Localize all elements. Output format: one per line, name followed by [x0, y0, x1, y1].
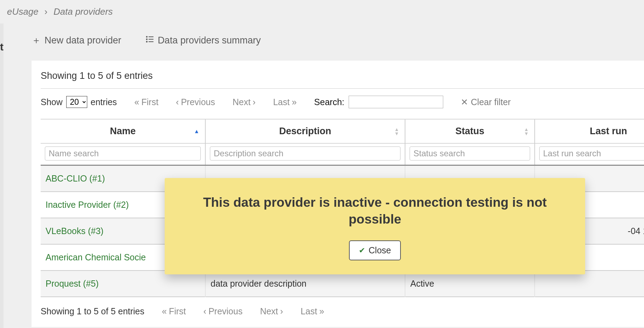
- filter-name-input[interactable]: [45, 146, 201, 160]
- double-chevron-right-icon: »: [292, 97, 297, 107]
- filter-lastrun-input[interactable]: [539, 146, 644, 160]
- data-providers-summary-button[interactable]: Data providers summary: [146, 35, 261, 46]
- page-previous-label: Previous: [181, 97, 215, 107]
- cell-status: Active: [405, 271, 535, 297]
- sort-icon: ▲▼: [394, 128, 399, 135]
- page-first-button[interactable]: « First: [135, 97, 159, 107]
- pagination-top: « First ‹ Previous Next › Last: [135, 97, 297, 107]
- chevron-left-icon: ‹: [204, 306, 206, 316]
- clear-filter-label: Clear filter: [471, 97, 511, 107]
- length-entries-label: entries: [91, 97, 117, 107]
- col-header-status-label: Status: [455, 126, 485, 136]
- sidebar-item[interactable]: t: [0, 41, 4, 53]
- page-previous-button-bottom[interactable]: ‹ Previous: [204, 306, 243, 316]
- col-header-description-label: Description: [279, 126, 331, 136]
- clear-filter-button[interactable]: ✕ Clear filter: [461, 97, 511, 107]
- search-input[interactable]: [349, 96, 443, 108]
- check-icon: ✔: [359, 246, 365, 255]
- filter-status-input[interactable]: [410, 146, 530, 160]
- svg-point-3: [146, 36, 147, 37]
- breadcrumb-root[interactable]: eUsage: [7, 6, 39, 17]
- provider-link[interactable]: American Chemical Socie: [46, 252, 146, 262]
- page-first-button-bottom[interactable]: « First: [162, 306, 186, 316]
- cell-description: data provider description: [205, 271, 405, 297]
- list-icon: [146, 35, 154, 46]
- entries-info-top: Showing 1 to 5 of 5 entries: [41, 70, 644, 89]
- new-data-provider-button[interactable]: ＋ New data provider: [32, 34, 121, 47]
- page-first-label: First: [169, 306, 186, 316]
- page-next-button-bottom[interactable]: Next ›: [260, 306, 283, 316]
- page-last-label: Last: [301, 306, 317, 316]
- length-show-label: Show: [41, 97, 63, 107]
- page-next-label: Next: [260, 306, 278, 316]
- col-header-lastrun-label: Last run: [590, 126, 627, 136]
- page-last-button-bottom[interactable]: Last »: [301, 306, 324, 316]
- chevron-right-icon: ›: [280, 306, 283, 316]
- col-header-lastrun[interactable]: Last run ▲▼: [535, 119, 644, 143]
- filter-description-input[interactable]: [210, 146, 400, 160]
- close-icon: ✕: [461, 97, 468, 107]
- chevron-right-icon: ›: [253, 97, 255, 107]
- sort-icon: ▲▼: [524, 128, 529, 135]
- alert-title: This data provider is inactive - connect…: [186, 194, 564, 228]
- sort-asc-icon: ▲: [194, 130, 199, 133]
- breadcrumb: eUsage › Data providers: [0, 0, 644, 23]
- page-next-label: Next: [233, 97, 251, 107]
- breadcrumb-separator-icon: ›: [44, 6, 48, 17]
- provider-link[interactable]: Proquest (#5): [46, 279, 98, 288]
- plus-icon: ＋: [32, 34, 41, 47]
- double-chevron-left-icon: «: [162, 306, 167, 316]
- cell-lastrun: [535, 271, 644, 297]
- search-label: Search:: [314, 97, 344, 107]
- page-previous-label: Previous: [208, 306, 242, 316]
- new-data-provider-label: New data provider: [44, 35, 121, 46]
- datatable-controls: Show 20 entries « First ‹ Prev: [41, 96, 644, 108]
- close-button-label: Close: [369, 245, 391, 255]
- provider-link[interactable]: Inactive Provider (#2): [46, 200, 129, 210]
- svg-point-5: [146, 41, 147, 42]
- page-length: Show 20 entries: [41, 96, 117, 108]
- provider-link[interactable]: VLeBooks (#3): [46, 226, 103, 236]
- page-toolbar: ＋ New data provider Data providers summa…: [32, 23, 644, 61]
- svg-point-4: [146, 39, 147, 39]
- col-header-description[interactable]: Description ▲▼: [205, 119, 405, 143]
- datatable-bottom: Showing 1 to 5 of 5 entries « First ‹ Pr…: [41, 297, 644, 316]
- summary-label: Data providers summary: [158, 35, 261, 46]
- page-last-label: Last: [273, 97, 289, 107]
- page-previous-button[interactable]: ‹ Previous: [176, 97, 215, 107]
- breadcrumb-current: Data providers: [54, 6, 113, 17]
- entries-info-bottom: Showing 1 to 5 of 5 entries: [41, 306, 144, 316]
- sidebar: t: [0, 23, 4, 328]
- provider-link[interactable]: ABC-CLIO (#1): [46, 173, 105, 183]
- page-length-select[interactable]: 20: [66, 96, 87, 108]
- chevron-left-icon: ‹: [176, 97, 179, 107]
- page-first-label: First: [142, 97, 159, 107]
- close-button[interactable]: ✔ Close: [349, 240, 401, 260]
- page-next-button[interactable]: Next ›: [233, 97, 256, 107]
- col-header-status[interactable]: Status ▲▼: [405, 119, 535, 143]
- search-group: Search:: [314, 96, 443, 108]
- alert-dialog: This data provider is inactive - connect…: [165, 178, 585, 274]
- page-last-button[interactable]: Last »: [273, 97, 296, 107]
- table-row: Proquest (#5) data provider description …: [41, 271, 644, 297]
- double-chevron-right-icon: »: [319, 306, 324, 316]
- col-header-name-label: Name: [110, 126, 136, 136]
- double-chevron-left-icon: «: [135, 97, 139, 107]
- col-header-name[interactable]: Name ▲: [41, 119, 205, 143]
